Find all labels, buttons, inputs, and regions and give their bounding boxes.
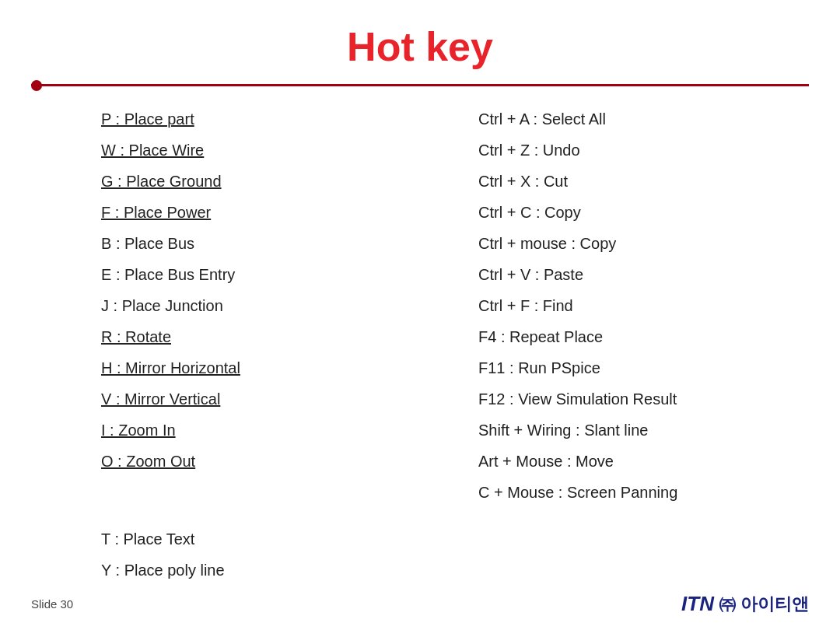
right-hotkey-item: Ctrl + Z : Undo bbox=[478, 135, 809, 166]
right-hotkey-item: Ctrl + F : Find bbox=[478, 290, 809, 321]
left-hotkey-item: H : Mirror Horizontal bbox=[101, 352, 432, 383]
page-container: Hot key P : Place partW : Place WireG : … bbox=[0, 0, 840, 630]
left-hotkey-item: V : Mirror Vertical bbox=[101, 383, 432, 415]
left-hotkey-item: B : Place Bus bbox=[101, 228, 432, 259]
left-hotkey-item: E : Place Bus Entry bbox=[101, 259, 432, 290]
extra-hotkey-item: Y : Place poly line bbox=[101, 555, 809, 586]
right-hotkey-item: Ctrl + C : Copy bbox=[478, 197, 809, 228]
logo-korean: 아이티앤 bbox=[740, 593, 809, 616]
left-hotkey-item: J : Place Junction bbox=[101, 290, 432, 321]
left-hotkey-item: R : Rotate bbox=[101, 321, 432, 352]
left-hotkey-item: F : Place Power bbox=[101, 197, 432, 228]
slide-number: Slide 30 bbox=[31, 597, 73, 611]
divider bbox=[31, 84, 809, 86]
footer: Slide 30 ITN ㈜ 아이티앤 bbox=[0, 592, 840, 616]
right-hotkey-item: Ctrl + X : Cut bbox=[478, 166, 809, 197]
right-hotkey-item: Ctrl + V : Paste bbox=[478, 259, 809, 290]
right-hotkey-item: Shift + Wiring : Slant line bbox=[478, 415, 809, 446]
page-title: Hot key bbox=[31, 23, 809, 70]
right-hotkey-item: C + Mouse : Screen Panning bbox=[478, 477, 809, 508]
logo-symbol: ㈜ bbox=[719, 593, 736, 616]
left-hotkey-item: P : Place part bbox=[101, 103, 432, 135]
logo-area: ITN ㈜ 아이티앤 bbox=[681, 592, 809, 616]
left-column: P : Place partW : Place WireG : Place Gr… bbox=[31, 103, 432, 508]
extra-hotkey-item: T : Place Text bbox=[101, 523, 809, 555]
left-hotkey-item: O : Zoom Out bbox=[101, 446, 432, 477]
right-hotkey-item: F11 : Run PSpice bbox=[478, 352, 809, 383]
left-hotkey-item: G : Place Ground bbox=[101, 166, 432, 197]
right-hotkey-item: F4 : Repeat Place bbox=[478, 321, 809, 352]
left-hotkey-item: W : Place Wire bbox=[101, 135, 432, 166]
right-column: Ctrl + A : Select AllCtrl + Z : UndoCtrl… bbox=[432, 103, 809, 508]
logo-itn: ITN bbox=[681, 592, 714, 616]
right-hotkey-item: Ctrl + mouse : Copy bbox=[478, 228, 809, 259]
right-hotkey-item: Art + Mouse : Move bbox=[478, 446, 809, 477]
content-area: P : Place partW : Place WireG : Place Gr… bbox=[31, 103, 809, 508]
right-hotkey-item: Ctrl + A : Select All bbox=[478, 103, 809, 135]
extra-items-section: T : Place TextY : Place poly line bbox=[31, 523, 809, 586]
left-hotkey-item: I : Zoom In bbox=[101, 415, 432, 446]
right-hotkey-item: F12 : View Simulation Result bbox=[478, 383, 809, 415]
